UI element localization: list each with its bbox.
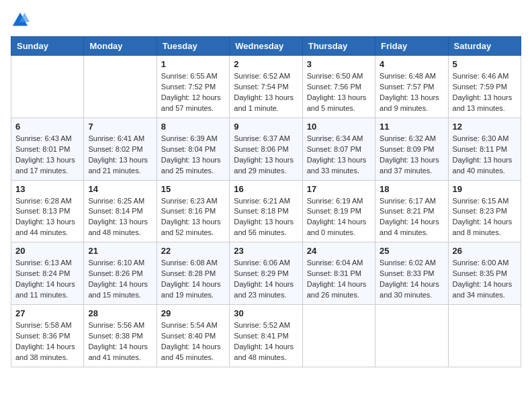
day-info: Sunrise: 6:19 AM Sunset: 8:19 PM Dayligh… <box>307 196 371 239</box>
calendar-header-row: SundayMondayTuesdayWednesdayThursdayFrid… <box>11 37 521 56</box>
weekday-header-wednesday: Wednesday <box>230 37 302 56</box>
day-number: 27 <box>15 308 79 318</box>
day-info: Sunrise: 5:52 AM Sunset: 8:41 PM Dayligh… <box>234 320 298 363</box>
day-number: 12 <box>453 122 517 132</box>
weekday-header-sunday: Sunday <box>11 37 84 56</box>
day-number: 11 <box>380 122 443 132</box>
day-number: 14 <box>88 184 152 194</box>
calendar-cell: 8Sunrise: 6:39 AM Sunset: 8:04 PM Daylig… <box>157 118 229 180</box>
logo-icon <box>11 11 30 30</box>
day-number: 24 <box>307 246 371 256</box>
calendar-cell: 19Sunrise: 6:15 AM Sunset: 8:23 PM Dayli… <box>448 180 521 242</box>
day-info: Sunrise: 6:46 AM Sunset: 7:59 PM Dayligh… <box>453 71 517 114</box>
day-info: Sunrise: 6:48 AM Sunset: 7:57 PM Dayligh… <box>380 71 443 114</box>
calendar-cell <box>302 305 375 367</box>
day-info: Sunrise: 6:43 AM Sunset: 8:01 PM Dayligh… <box>15 134 79 177</box>
calendar-cell: 4Sunrise: 6:48 AM Sunset: 7:57 PM Daylig… <box>375 56 448 118</box>
calendar-cell: 30Sunrise: 5:52 AM Sunset: 8:41 PM Dayli… <box>230 305 302 367</box>
day-number: 6 <box>15 122 79 132</box>
day-info: Sunrise: 6:25 AM Sunset: 8:14 PM Dayligh… <box>88 196 152 239</box>
day-info: Sunrise: 6:02 AM Sunset: 8:33 PM Dayligh… <box>380 258 443 301</box>
day-info: Sunrise: 5:54 AM Sunset: 8:40 PM Dayligh… <box>161 320 225 363</box>
day-info: Sunrise: 5:56 AM Sunset: 8:38 PM Dayligh… <box>88 320 152 363</box>
day-info: Sunrise: 6:34 AM Sunset: 8:07 PM Dayligh… <box>307 134 371 177</box>
calendar-cell: 13Sunrise: 6:28 AM Sunset: 8:13 PM Dayli… <box>11 180 84 242</box>
calendar-week-row: 27Sunrise: 5:58 AM Sunset: 8:36 PM Dayli… <box>11 305 521 367</box>
calendar-cell <box>448 305 521 367</box>
day-number: 25 <box>380 246 443 256</box>
day-info: Sunrise: 6:23 AM Sunset: 8:16 PM Dayligh… <box>161 196 225 239</box>
calendar-cell: 16Sunrise: 6:21 AM Sunset: 8:18 PM Dayli… <box>230 180 302 242</box>
calendar-cell <box>375 305 448 367</box>
day-number: 7 <box>88 122 152 132</box>
day-info: Sunrise: 6:10 AM Sunset: 8:26 PM Dayligh… <box>88 258 152 301</box>
calendar-cell: 10Sunrise: 6:34 AM Sunset: 8:07 PM Dayli… <box>302 118 375 180</box>
day-info: Sunrise: 6:37 AM Sunset: 8:06 PM Dayligh… <box>234 134 298 177</box>
weekday-header-monday: Monday <box>84 37 157 56</box>
day-number: 30 <box>234 308 298 318</box>
calendar-week-row: 1Sunrise: 6:55 AM Sunset: 7:52 PM Daylig… <box>11 56 521 118</box>
day-number: 8 <box>161 122 225 132</box>
day-number: 10 <box>307 122 371 132</box>
calendar-cell: 20Sunrise: 6:13 AM Sunset: 8:24 PM Dayli… <box>11 242 84 305</box>
calendar-cell: 24Sunrise: 6:04 AM Sunset: 8:31 PM Dayli… <box>302 242 375 305</box>
day-number: 21 <box>88 246 152 256</box>
day-number: 4 <box>380 59 443 69</box>
day-number: 3 <box>307 59 371 69</box>
day-info: Sunrise: 6:13 AM Sunset: 8:24 PM Dayligh… <box>15 258 79 301</box>
day-info: Sunrise: 6:15 AM Sunset: 8:23 PM Dayligh… <box>453 196 517 239</box>
calendar-cell: 1Sunrise: 6:55 AM Sunset: 7:52 PM Daylig… <box>157 56 229 118</box>
weekday-header-friday: Friday <box>375 37 448 56</box>
day-number: 28 <box>88 308 152 318</box>
calendar-table: SundayMondayTuesdayWednesdayThursdayFrid… <box>11 36 521 367</box>
day-info: Sunrise: 6:17 AM Sunset: 8:21 PM Dayligh… <box>380 196 443 239</box>
logo <box>11 11 32 30</box>
calendar-cell: 22Sunrise: 6:08 AM Sunset: 8:28 PM Dayli… <box>157 242 229 305</box>
day-number: 20 <box>15 246 79 256</box>
day-info: Sunrise: 6:00 AM Sunset: 8:35 PM Dayligh… <box>453 258 517 301</box>
day-number: 17 <box>307 184 371 194</box>
calendar-cell: 9Sunrise: 6:37 AM Sunset: 8:06 PM Daylig… <box>230 118 302 180</box>
weekday-header-tuesday: Tuesday <box>157 37 229 56</box>
calendar-cell: 25Sunrise: 6:02 AM Sunset: 8:33 PM Dayli… <box>375 242 448 305</box>
calendar-cell: 28Sunrise: 5:56 AM Sunset: 8:38 PM Dayli… <box>84 305 157 367</box>
day-number: 18 <box>380 184 443 194</box>
day-info: Sunrise: 6:04 AM Sunset: 8:31 PM Dayligh… <box>307 258 371 301</box>
calendar-cell: 15Sunrise: 6:23 AM Sunset: 8:16 PM Dayli… <box>157 180 229 242</box>
day-info: Sunrise: 6:55 AM Sunset: 7:52 PM Dayligh… <box>161 71 225 114</box>
day-info: Sunrise: 6:30 AM Sunset: 8:11 PM Dayligh… <box>453 134 517 177</box>
page-header <box>11 11 521 30</box>
calendar-cell <box>84 56 157 118</box>
calendar-week-row: 20Sunrise: 6:13 AM Sunset: 8:24 PM Dayli… <box>11 242 521 305</box>
calendar-cell: 12Sunrise: 6:30 AM Sunset: 8:11 PM Dayli… <box>448 118 521 180</box>
day-info: Sunrise: 6:41 AM Sunset: 8:02 PM Dayligh… <box>88 134 152 177</box>
day-number: 5 <box>453 59 517 69</box>
calendar-cell: 27Sunrise: 5:58 AM Sunset: 8:36 PM Dayli… <box>11 305 84 367</box>
calendar-cell: 29Sunrise: 5:54 AM Sunset: 8:40 PM Dayli… <box>157 305 229 367</box>
day-info: Sunrise: 6:32 AM Sunset: 8:09 PM Dayligh… <box>380 134 443 177</box>
calendar-cell: 2Sunrise: 6:52 AM Sunset: 7:54 PM Daylig… <box>230 56 302 118</box>
calendar-cell: 6Sunrise: 6:43 AM Sunset: 8:01 PM Daylig… <box>11 118 84 180</box>
day-info: Sunrise: 6:50 AM Sunset: 7:56 PM Dayligh… <box>307 71 371 114</box>
calendar-cell: 5Sunrise: 6:46 AM Sunset: 7:59 PM Daylig… <box>448 56 521 118</box>
calendar-cell: 26Sunrise: 6:00 AM Sunset: 8:35 PM Dayli… <box>448 242 521 305</box>
day-number: 2 <box>234 59 298 69</box>
day-number: 23 <box>234 246 298 256</box>
day-number: 29 <box>161 308 225 318</box>
day-number: 1 <box>161 59 225 69</box>
calendar-cell: 23Sunrise: 6:06 AM Sunset: 8:29 PM Dayli… <box>230 242 302 305</box>
calendar-cell: 14Sunrise: 6:25 AM Sunset: 8:14 PM Dayli… <box>84 180 157 242</box>
calendar-cell: 18Sunrise: 6:17 AM Sunset: 8:21 PM Dayli… <box>375 180 448 242</box>
day-number: 13 <box>15 184 79 194</box>
day-info: Sunrise: 5:58 AM Sunset: 8:36 PM Dayligh… <box>15 320 79 363</box>
day-info: Sunrise: 6:28 AM Sunset: 8:13 PM Dayligh… <box>15 196 79 239</box>
day-number: 15 <box>161 184 225 194</box>
day-number: 9 <box>234 122 298 132</box>
day-number: 22 <box>161 246 225 256</box>
day-info: Sunrise: 6:52 AM Sunset: 7:54 PM Dayligh… <box>234 71 298 114</box>
day-number: 16 <box>234 184 298 194</box>
day-info: Sunrise: 6:39 AM Sunset: 8:04 PM Dayligh… <box>161 134 225 177</box>
weekday-header-saturday: Saturday <box>448 37 521 56</box>
calendar-cell: 11Sunrise: 6:32 AM Sunset: 8:09 PM Dayli… <box>375 118 448 180</box>
weekday-header-thursday: Thursday <box>302 37 375 56</box>
